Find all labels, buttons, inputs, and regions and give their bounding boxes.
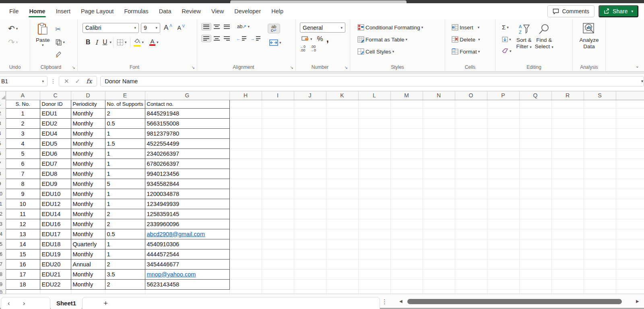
empty-cell[interactable] bbox=[326, 289, 358, 294]
empty-cell[interactable] bbox=[584, 219, 616, 229]
empty-cell[interactable] bbox=[519, 249, 551, 259]
empty-cell[interactable] bbox=[262, 239, 294, 249]
empty-cell[interactable] bbox=[487, 100, 519, 108]
empty-cell[interactable] bbox=[455, 179, 487, 189]
format-as-table-chevron-icon[interactable]: ▾ bbox=[406, 37, 408, 41]
empty-cell[interactable] bbox=[519, 259, 551, 269]
cell-periodicity[interactable]: Monthly bbox=[71, 159, 105, 169]
empty-cell[interactable] bbox=[262, 259, 294, 269]
empty-cell[interactable] bbox=[487, 138, 519, 148]
row-header-14[interactable]: 14 bbox=[0, 229, 6, 239]
empty-cell[interactable] bbox=[294, 249, 326, 259]
cell-sno[interactable]: 6 bbox=[6, 159, 40, 169]
empty-cell[interactable] bbox=[455, 189, 487, 199]
empty-cell[interactable] bbox=[390, 148, 423, 159]
fill-color-chevron-icon[interactable]: ▾ bbox=[142, 40, 144, 44]
horizontal-scrollbar-thumb[interactable] bbox=[407, 299, 622, 304]
empty-cell[interactable] bbox=[584, 169, 616, 179]
empty-cell[interactable] bbox=[584, 229, 616, 239]
column-header-R[interactable]: R bbox=[551, 91, 584, 100]
empty-cell[interactable] bbox=[616, 169, 644, 179]
empty-cell[interactable] bbox=[551, 289, 584, 294]
empty-cell[interactable] bbox=[294, 128, 326, 138]
cell-contact[interactable]: 2339960096 bbox=[145, 219, 229, 229]
empty-cell[interactable] bbox=[616, 118, 644, 128]
empty-cell[interactable] bbox=[262, 219, 294, 229]
empty-cell[interactable] bbox=[487, 199, 519, 209]
cell-sno[interactable]: 4 bbox=[6, 138, 40, 148]
cell-supports[interactable]: 1 bbox=[105, 169, 145, 179]
empty-cell[interactable] bbox=[423, 100, 455, 108]
sort-filter-chevron-icon[interactable]: ▾ bbox=[530, 45, 532, 49]
empty-cell[interactable] bbox=[584, 239, 616, 249]
empty-cell[interactable] bbox=[390, 138, 423, 148]
empty-cell[interactable] bbox=[519, 209, 551, 219]
empty-cell[interactable] bbox=[390, 108, 423, 118]
empty-cell[interactable] bbox=[262, 148, 294, 159]
column-header-N[interactable]: N bbox=[423, 91, 455, 100]
empty-cell[interactable] bbox=[584, 159, 616, 169]
empty-cell[interactable] bbox=[326, 269, 358, 279]
empty-cell[interactable] bbox=[519, 179, 551, 189]
cell-sno[interactable]: 12 bbox=[6, 219, 40, 229]
row-header-8[interactable]: 8 bbox=[0, 169, 6, 179]
empty-cell[interactable] bbox=[358, 259, 390, 269]
cell-donor-id[interactable]: EDU6 bbox=[40, 148, 71, 159]
empty-cell[interactable] bbox=[294, 199, 326, 209]
empty-cell[interactable] bbox=[487, 189, 519, 199]
copy-dropdown-chevron-icon[interactable]: ▾ bbox=[63, 40, 65, 44]
empty-cell[interactable] bbox=[551, 219, 584, 229]
empty-cell[interactable] bbox=[390, 179, 423, 189]
cell-supports[interactable]: 1 bbox=[105, 199, 145, 209]
empty-cell[interactable] bbox=[262, 118, 294, 128]
top-align-button[interactable] bbox=[201, 23, 211, 31]
empty-cell[interactable] bbox=[358, 229, 390, 239]
header-cell[interactable]: Donor ID bbox=[40, 100, 71, 108]
empty-cell[interactable] bbox=[145, 289, 229, 294]
empty-cell[interactable] bbox=[551, 169, 584, 179]
empty-cell[interactable] bbox=[584, 199, 616, 209]
cell-periodicity[interactable]: Monthly bbox=[71, 279, 105, 289]
merge-center-button[interactable]: ▾ bbox=[268, 38, 283, 47]
row-header-9[interactable]: 9 bbox=[0, 179, 6, 189]
fill-color-button[interactable]: ▾ bbox=[132, 37, 146, 48]
cell-supports[interactable]: 1.5 bbox=[105, 138, 145, 148]
empty-cell[interactable] bbox=[455, 239, 487, 249]
cell-supports[interactable]: 0.5 bbox=[105, 118, 145, 128]
row-header-7[interactable]: 7 bbox=[0, 159, 6, 169]
cell-periodicity[interactable]: Monthly bbox=[71, 229, 105, 239]
empty-cell[interactable] bbox=[390, 229, 423, 239]
bottom-align-button[interactable] bbox=[222, 23, 231, 30]
empty-cell[interactable] bbox=[616, 269, 644, 279]
empty-cell[interactable] bbox=[551, 118, 584, 128]
scroll-right-arrow-icon[interactable]: ▶ bbox=[636, 299, 639, 303]
empty-cell[interactable] bbox=[487, 209, 519, 219]
empty-cell[interactable] bbox=[326, 108, 358, 118]
percent-style-button[interactable]: % bbox=[317, 35, 323, 43]
empty-cell[interactable] bbox=[519, 239, 551, 249]
empty-cell[interactable] bbox=[616, 279, 644, 289]
empty-cell[interactable] bbox=[487, 148, 519, 159]
empty-cell[interactable] bbox=[551, 189, 584, 199]
empty-cell[interactable] bbox=[616, 249, 644, 259]
cell-contact[interactable]: 9940123456 bbox=[145, 169, 229, 179]
empty-cell[interactable] bbox=[358, 289, 390, 294]
cell-supports[interactable]: 5 bbox=[105, 179, 145, 189]
column-header-O[interactable]: O bbox=[455, 91, 487, 100]
empty-cell[interactable] bbox=[519, 199, 551, 209]
copy-button[interactable]: ▾ bbox=[54, 38, 67, 47]
column-header-H[interactable]: H bbox=[229, 91, 262, 100]
cell-donor-id[interactable]: EDU8 bbox=[40, 169, 71, 179]
empty-cell[interactable] bbox=[71, 289, 105, 294]
row-header-18[interactable]: 18 bbox=[0, 269, 6, 279]
cell-donor-id[interactable]: EDU1 bbox=[40, 108, 71, 118]
empty-cell[interactable] bbox=[390, 259, 423, 269]
paste-button[interactable]: Paste ▾ bbox=[36, 23, 50, 59]
cell-contact[interactable]: 4540910306 bbox=[145, 239, 229, 249]
empty-cell[interactable] bbox=[229, 199, 262, 209]
empty-cell[interactable] bbox=[262, 229, 294, 239]
empty-cell[interactable] bbox=[262, 100, 294, 108]
empty-cell[interactable] bbox=[487, 229, 519, 239]
ribbon-tab-home[interactable]: Home bbox=[24, 3, 50, 19]
cell-donor-id[interactable]: EDU7 bbox=[40, 159, 71, 169]
